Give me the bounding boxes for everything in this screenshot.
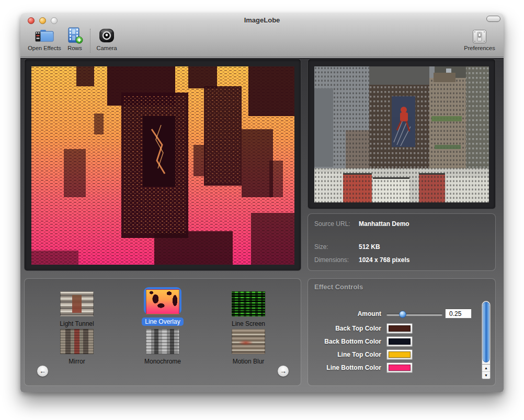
content-area: Source URL: Manhattan Demo Size: 512 KB … xyxy=(20,58,504,392)
line-bottom-color-row: Line Bottom Color xyxy=(308,362,495,373)
next-effects-button[interactable]: → xyxy=(278,366,289,377)
line-overlay-thumbnail xyxy=(146,289,179,314)
effect-item-motion-blur[interactable]: Motion Blur xyxy=(214,327,282,366)
mirror-thumbnail xyxy=(60,329,94,354)
toolbar-toggle-pill[interactable] xyxy=(486,16,500,22)
back-top-color-well[interactable] xyxy=(386,323,413,334)
scrollbar-buttons: ▲ ▼ xyxy=(482,364,490,379)
original-image xyxy=(314,66,489,202)
line-top-color-well[interactable] xyxy=(386,349,413,360)
imagelobe-window: ImageLobe xyxy=(20,13,504,392)
effect-item-light-tunnel[interactable]: Light Tunnel xyxy=(43,289,111,328)
effect-item-monochrome[interactable]: Monochrome xyxy=(129,327,197,366)
line-screen-thumbnail xyxy=(232,291,265,316)
effect-item-line-overlay[interactable]: Line Overlay xyxy=(129,287,197,326)
effects-browser-panel: Light Tunnel Line Overlay Line Screen Mi… xyxy=(24,278,301,386)
image-info-panel: Source URL: Manhattan Demo Size: 512 KB … xyxy=(307,213,496,271)
amount-label: Amount xyxy=(308,310,381,317)
size-row: Size: 512 KB xyxy=(314,243,490,252)
processed-image-panel xyxy=(24,59,301,271)
effect-item-mirror[interactable]: Mirror xyxy=(43,327,111,366)
amount-input[interactable] xyxy=(445,309,472,319)
titlebar-toolbar: ImageLobe xyxy=(20,13,504,57)
effect-label: Monochrome xyxy=(141,357,184,366)
back-top-color-chip xyxy=(389,325,411,332)
amount-slider-knob[interactable] xyxy=(399,311,406,318)
size-label: Size: xyxy=(314,243,328,251)
scroll-up-button[interactable]: ▲ xyxy=(482,365,490,372)
dimensions-row: Dimensions: 1024 x 768 pixels xyxy=(314,256,490,265)
amount-row: Amount xyxy=(308,309,495,319)
controls-scrollbar[interactable]: ▲ ▼ xyxy=(482,301,491,379)
effect-label: Motion Blur xyxy=(230,357,268,366)
scroll-down-button[interactable]: ▼ xyxy=(482,372,490,379)
preferences-button[interactable]: Preferences xyxy=(459,27,500,51)
effect-controls-title: Effect Controls xyxy=(314,283,363,291)
source-url-label: Source URL: xyxy=(314,220,350,228)
camera-button[interactable]: Camera xyxy=(87,27,127,51)
effect-label: Line Overlay xyxy=(142,317,183,326)
light-tunnel-thumbnail xyxy=(60,291,94,316)
back-top-color-label: Back Top Color xyxy=(308,325,381,332)
amount-slider[interactable] xyxy=(386,313,442,316)
dimensions-value: 1024 x 768 pixels xyxy=(359,256,409,264)
line-bottom-color-chip xyxy=(389,365,411,371)
camera-label: Camera xyxy=(87,45,127,51)
source-url-value: Manhattan Demo xyxy=(359,220,409,228)
preferences-label: Preferences xyxy=(459,45,500,51)
scrollbar-thumb[interactable] xyxy=(483,302,489,362)
effect-item-line-screen[interactable]: Line Screen xyxy=(214,289,282,328)
previous-effects-button[interactable]: ← xyxy=(37,366,48,377)
back-top-color-row: Back Top Color xyxy=(308,323,495,334)
back-bottom-color-well[interactable] xyxy=(386,336,413,347)
dimensions-label: Dimensions: xyxy=(314,256,349,264)
original-image-panel xyxy=(307,59,496,209)
camera-icon xyxy=(87,27,127,44)
line-top-color-row: Line Top Color xyxy=(308,349,495,360)
window-title: ImageLobe xyxy=(20,16,504,24)
line-top-color-label: Line Top Color xyxy=(308,351,381,358)
left-arrow-icon: ← xyxy=(39,367,46,375)
preferences-switch-icon xyxy=(459,27,500,44)
line-bottom-color-label: Line Bottom Color xyxy=(308,364,381,371)
effect-label: Mirror xyxy=(65,357,88,366)
back-bottom-color-row: Back Bottom Color xyxy=(308,336,495,347)
line-bottom-color-well[interactable] xyxy=(386,362,413,373)
processed-image xyxy=(31,66,294,265)
back-bottom-color-label: Back Bottom Color xyxy=(308,338,381,345)
motion-blur-thumbnail xyxy=(232,329,265,354)
source-url-row: Source URL: Manhattan Demo xyxy=(314,220,490,229)
monochrome-thumbnail xyxy=(146,329,179,354)
back-bottom-color-chip xyxy=(389,338,411,345)
size-value: 512 KB xyxy=(359,243,380,251)
effect-controls-panel: Effect Controls Amount Back Top Color Ba… xyxy=(307,278,496,386)
right-arrow-icon: → xyxy=(280,367,287,375)
line-top-color-chip xyxy=(389,351,411,358)
